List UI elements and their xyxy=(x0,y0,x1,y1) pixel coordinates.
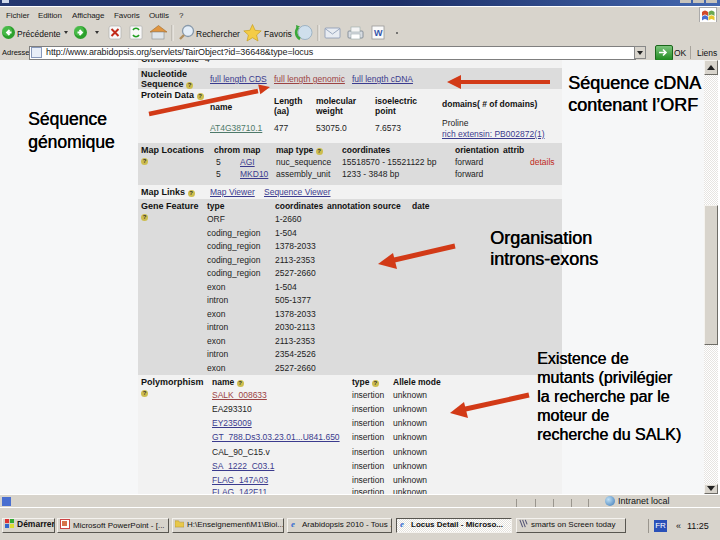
svg-text:e: e xyxy=(400,519,404,528)
svg-text:W: W xyxy=(374,28,383,38)
svg-text:e: e xyxy=(291,519,295,528)
